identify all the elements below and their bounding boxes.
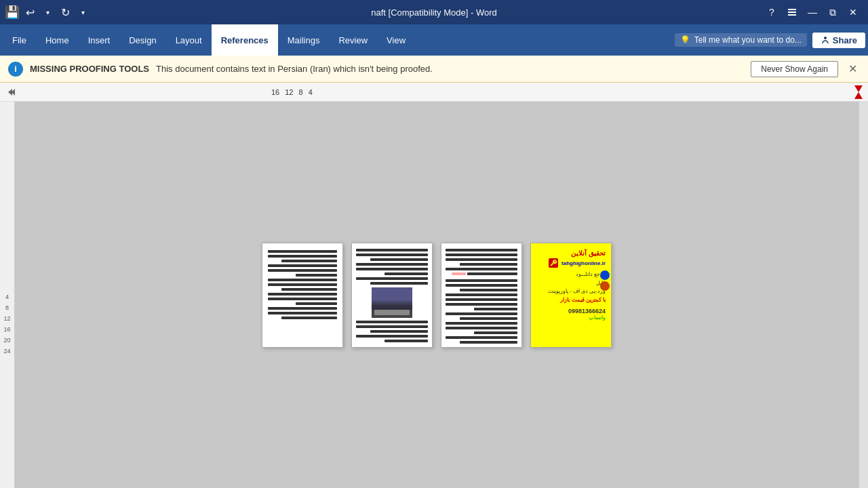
- close-button[interactable]: ✕: [844, 3, 863, 22]
- svg-marker-7: [854, 92, 863, 99]
- restore-button[interactable]: ⧉: [823, 3, 842, 22]
- undo-icon[interactable]: ↩: [23, 5, 37, 19]
- never-show-again-button[interactable]: Never Show Again: [751, 61, 838, 77]
- tab-file[interactable]: File: [3, 24, 36, 56]
- svg-rect-2: [788, 14, 796, 16]
- undo-dropdown-icon[interactable]: ▾: [41, 5, 54, 19]
- title-bar-title: naft [Compatibility Mode] - Word: [0, 7, 868, 18]
- svg-rect-1: [788, 12, 796, 13]
- tab-home[interactable]: Home: [36, 24, 79, 56]
- ruler-4: 4: [309, 88, 313, 96]
- page-4-ad-content: تحقیق آنلاین tahghighonline.ir 🔑 مرجع دا…: [531, 243, 611, 327]
- share-button[interactable]: Share: [812, 33, 865, 48]
- page-2-image: ⬛: [372, 287, 412, 318]
- notification-close-button[interactable]: ✕: [845, 62, 860, 77]
- page-1-content: [262, 243, 342, 348]
- tab-mailings[interactable]: Mailings: [278, 24, 330, 56]
- ribbon: File Home Insert Design Layout Reference…: [0, 24, 868, 56]
- tab-review[interactable]: Review: [329, 24, 377, 56]
- ruler-12: 12: [285, 88, 293, 96]
- help-button[interactable]: ?: [762, 3, 781, 22]
- horizontal-ruler: 16 12 8 4: [0, 83, 868, 102]
- ad-phone: 09981366624: [536, 308, 606, 314]
- save-icon[interactable]: 💾: [5, 5, 19, 19]
- tab-insert[interactable]: Insert: [79, 24, 120, 56]
- svg-point-3: [824, 37, 827, 39]
- ad-title: تحقیق آنلاین tahghighonline.ir 🔑: [536, 249, 606, 268]
- title-bar-controls: ? — ⧉ ✕: [762, 3, 863, 22]
- ruler-8: 8: [299, 88, 303, 96]
- lightbulb-icon: 💡: [680, 35, 690, 45]
- title-bar: 💾 ↩ ▾ ↻ ▾ naft [Compatibility Mode] - Wo…: [0, 0, 868, 24]
- ribbon-display-button[interactable]: [783, 3, 802, 22]
- notification-info-icon: i: [8, 62, 23, 77]
- notification-title: MISSING PROOFING TOOLS: [30, 64, 149, 74]
- svg-rect-0: [788, 9, 796, 10]
- page-1-thumbnail[interactable]: [262, 243, 343, 348]
- redo-icon[interactable]: ↻: [58, 5, 72, 19]
- page-3-thumbnail[interactable]: [441, 243, 522, 348]
- main-area: 4 8 12 16 20 24: [0, 102, 868, 488]
- page-3-content: [441, 243, 521, 348]
- ad-whatsapp: واتساپ: [536, 314, 606, 321]
- share-label: Share: [833, 35, 857, 45]
- ruler-content: 16 12 8 4: [271, 88, 313, 96]
- notification-message: This document contains text in Persian (…: [156, 64, 744, 74]
- tab-layout[interactable]: Layout: [166, 24, 212, 56]
- notification-bar: i MISSING PROOFING TOOLS This document c…: [0, 56, 868, 83]
- right-scrollbar[interactable]: [859, 102, 868, 488]
- page-2-content: ⬛: [352, 243, 432, 348]
- qat-dropdown-icon[interactable]: ▾: [76, 5, 90, 19]
- ad-body: مرجع دانلـــود فایل ورد-پی دی اف - پاورپ…: [536, 270, 606, 305]
- document-area: ⬛: [15, 102, 859, 488]
- tab-references[interactable]: References: [212, 24, 278, 56]
- tab-design[interactable]: Design: [119, 24, 165, 56]
- page-4-thumbnail[interactable]: تحقیق آنلاین tahghighonline.ir 🔑 مرجع دا…: [530, 243, 612, 348]
- pages-row: ⬛: [262, 243, 612, 348]
- svg-marker-6: [854, 85, 863, 92]
- tell-me-search[interactable]: 💡 Tell me what you want to do...: [675, 33, 807, 47]
- minimize-button[interactable]: —: [803, 3, 822, 22]
- ruler-16: 16: [271, 88, 279, 96]
- search-placeholder: Tell me what you want to do...: [694, 35, 802, 45]
- ruler-left-arrow: [7, 87, 16, 97]
- page-2-thumbnail[interactable]: ⬛: [351, 243, 433, 348]
- left-ruler: 4 8 12 16 20 24: [0, 102, 15, 488]
- title-bar-left: 💾 ↩ ▾ ↻ ▾: [5, 5, 90, 19]
- tab-view[interactable]: View: [377, 24, 415, 56]
- ad-side-icons: [600, 270, 610, 291]
